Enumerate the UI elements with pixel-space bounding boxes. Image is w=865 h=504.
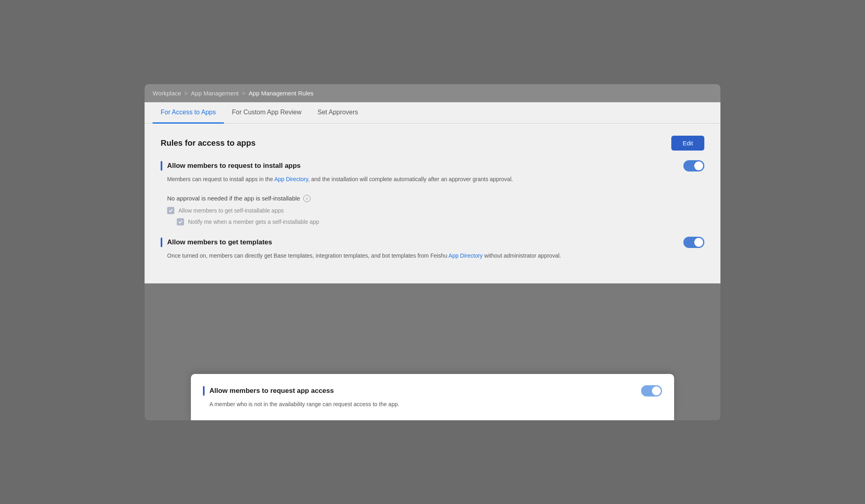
tab-custom-app-review[interactable]: For Custom App Review	[224, 102, 310, 124]
main-content: For Access to Apps For Custom App Review…	[145, 102, 720, 284]
checkbox-box-2	[177, 218, 184, 225]
app-directory-link-1[interactable]: App Directory	[274, 176, 308, 182]
checkbox-self-installable[interactable]: Allow members to get self-installable ap…	[167, 207, 704, 214]
toggle-templates-knob	[694, 238, 703, 247]
rule-templates: Allow members to get templates Once turn…	[161, 237, 704, 260]
section-title: Rules for access to apps	[161, 138, 256, 148]
rule-install-header: Allow members to request to install apps	[161, 160, 704, 171]
check-icon-1	[168, 208, 173, 213]
rule-install-description: Members can request to install apps in t…	[161, 175, 563, 184]
checkbox-box-1	[167, 207, 174, 214]
checkbox-label-1: Allow members to get self-installable ap…	[178, 207, 284, 214]
app-window: Workplace > App Management > App Managem…	[145, 84, 720, 420]
app-directory-link-2[interactable]: App Directory	[449, 252, 483, 259]
toggle-templates[interactable]	[683, 237, 704, 248]
breadcrumb-sep-1: >	[184, 90, 188, 97]
rule-templates-description: Once turned on, members can directly get…	[161, 251, 563, 260]
self-installable-title-group: No approval is needed if the app is self…	[167, 195, 704, 202]
checkbox-notify[interactable]: Notify me when a member gets a self-inst…	[167, 218, 704, 225]
toggle-app-access[interactable]	[641, 385, 662, 397]
floating-card: Allow members to request app access A me…	[191, 374, 674, 420]
rule-border-install	[161, 161, 162, 171]
toggle-install-knob	[694, 161, 703, 170]
breadcrumb-app-management[interactable]: App Management	[191, 90, 238, 97]
info-icon: i	[303, 195, 310, 202]
edit-button[interactable]: Edit	[671, 136, 704, 151]
breadcrumb-current: App Management Rules	[249, 90, 314, 97]
rule-install-apps: Allow members to request to install apps…	[161, 160, 704, 184]
breadcrumb-sep-2: >	[242, 90, 246, 97]
content-area: Rules for access to apps Edit Allow memb…	[145, 124, 720, 284]
self-installable-title: No approval is needed if the app is self…	[167, 195, 300, 202]
checkbox-label-2: Notify me when a member gets a self-inst…	[188, 219, 319, 225]
rule-border-templates	[161, 238, 162, 247]
rule-templates-header: Allow members to get templates	[161, 237, 704, 248]
rule-templates-title-group: Allow members to get templates	[161, 238, 272, 247]
floating-card-title-group: Allow members to request app access	[203, 386, 334, 396]
tabs-bar: For Access to Apps For Custom App Review…	[145, 102, 720, 124]
self-installable-section: No approval is needed if the app is self…	[161, 195, 704, 225]
rule-border-floating	[203, 386, 205, 396]
breadcrumb-bar: Workplace > App Management > App Managem…	[145, 84, 720, 102]
check-icon-2	[178, 219, 183, 224]
toggle-app-access-knob	[652, 386, 661, 395]
rule-templates-title: Allow members to get templates	[167, 238, 272, 246]
section-header: Rules for access to apps Edit	[161, 136, 704, 151]
tab-access-to-apps[interactable]: For Access to Apps	[153, 102, 224, 124]
toggle-install-apps[interactable]	[683, 160, 704, 171]
floating-card-header: Allow members to request app access	[203, 385, 662, 397]
breadcrumb-workplace[interactable]: Workplace	[153, 90, 181, 97]
floating-card-description: A member who is not in the availability …	[203, 400, 662, 409]
rule-install-title: Allow members to request to install apps	[167, 162, 301, 170]
floating-card-title: Allow members to request app access	[209, 387, 334, 395]
tab-set-approvers[interactable]: Set Approvers	[309, 102, 366, 124]
rule-install-title-group: Allow members to request to install apps	[161, 161, 301, 171]
